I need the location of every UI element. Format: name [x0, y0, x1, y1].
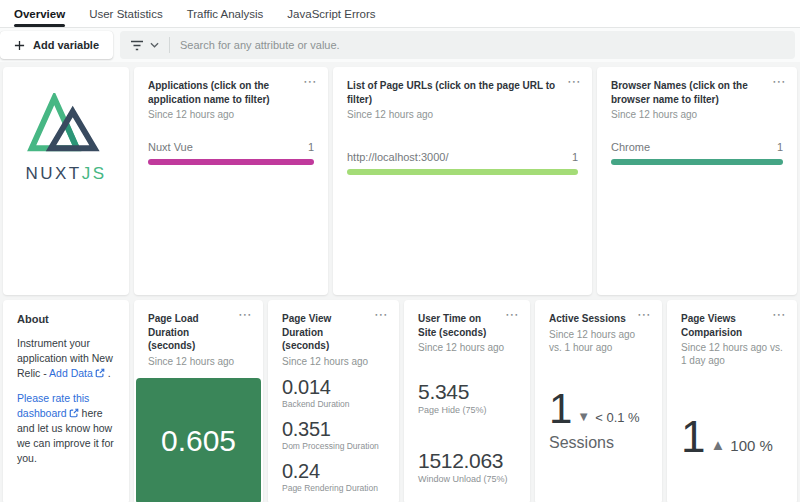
card-page-urls: List of Page URLs (click on the page URL… [333, 67, 592, 295]
nuxtjs-wordmark: NUXTJS [25, 164, 106, 184]
dashboard-row-2: About Instrument your application with N… [3, 300, 797, 502]
bar-page-url [347, 169, 578, 175]
card-menu-icon[interactable]: ⋯ [303, 74, 318, 88]
plus-icon [14, 40, 25, 51]
metric-label: Page Rendering Duration [282, 483, 385, 493]
filter-menu-button[interactable] [130, 39, 159, 51]
card-menu-icon[interactable]: ⋯ [505, 307, 520, 321]
add-variable-label: Add variable [33, 39, 99, 51]
about-paragraph-1: Instrument your application with New Rel… [17, 336, 115, 382]
wordmark-js: JS [82, 164, 107, 183]
metric-value: 5.345 [418, 380, 516, 403]
trend-down-icon: ▼ [577, 409, 590, 424]
metric-label: Page Hide (75%) [418, 405, 516, 415]
card-applications: Applications (click on the application n… [134, 67, 328, 295]
metric: 0.24 Page Rendering Duration [282, 460, 385, 493]
metric-value: 0.351 [282, 418, 385, 440]
application-name-link[interactable]: Nuxt Vue [148, 141, 193, 153]
card-title: Applications (click on the application n… [148, 79, 314, 106]
search-input[interactable] [180, 39, 785, 51]
card-title: About [17, 312, 115, 327]
card-subtitle: Since 12 hours ago vs. 1 day ago [681, 341, 783, 367]
delta-value: 100 % [730, 437, 773, 454]
tab-javascript-errors[interactable]: JavaScript Errors [287, 0, 375, 27]
dashboard: NUXTJS Applications (click on the applic… [0, 62, 800, 502]
bar-table: Chrome 1 [611, 141, 783, 165]
card-subtitle: Since 12 hours ago [611, 108, 783, 121]
metric: 0.014 Backend Duration [282, 376, 385, 409]
tab-overview[interactable]: Overview [14, 0, 65, 27]
card-menu-icon[interactable]: ⋯ [567, 74, 582, 88]
sessions-label: Sessions [549, 434, 648, 452]
metric-label: Window Unload (75%) [418, 474, 516, 484]
bar-applications [148, 159, 314, 165]
billboard: 0.605 [136, 378, 261, 502]
browser-name-link[interactable]: Chrome [611, 141, 650, 153]
card-page-load-duration: Page Load Duration (seconds) Since 12 ho… [134, 300, 263, 502]
card-title: Browser Names (click on the browser name… [611, 79, 783, 106]
bar-table: Nuxt Vue 1 [148, 141, 314, 165]
metric-value: 0.24 [282, 460, 385, 482]
card-menu-icon[interactable]: ⋯ [772, 74, 787, 88]
metric-value: 0.014 [282, 376, 385, 398]
bar-value: 1 [572, 151, 578, 163]
chevron-down-icon [150, 42, 159, 48]
page-views-value: 1 [681, 419, 705, 455]
metric-label: Backend Duration [282, 399, 385, 409]
comparison-widget: 1 ▼ < 0.1 % [549, 392, 648, 426]
tab-overview-label: Overview [14, 8, 65, 20]
add-data-link[interactable]: Add Data [49, 367, 93, 379]
card-about: About Instrument your application with N… [3, 300, 129, 502]
divider [169, 37, 170, 53]
metric-value: 1512.063 [418, 449, 516, 472]
bar-value: 1 [777, 141, 783, 153]
card-nuxtjs-logo: NUXTJS [3, 67, 129, 295]
tab-traffic-analysis-label: Traffic Analysis [187, 8, 264, 20]
metric: 5.345 Page Hide (75%) [418, 380, 516, 415]
bar-row: http://localhost:3000/ 1 [347, 151, 578, 163]
card-browser-names: Browser Names (click on the browser name… [597, 67, 797, 295]
dashboard-row-1: NUXTJS Applications (click on the applic… [3, 67, 797, 295]
tab-user-statistics[interactable]: User Statistics [89, 0, 163, 27]
tab-user-statistics-label: User Statistics [89, 8, 163, 20]
bar-browser [611, 159, 783, 165]
external-link-icon [69, 408, 79, 418]
metric: 1512.063 Window Unload (75%) [418, 449, 516, 484]
wordmark-nuxt: NUXT [25, 164, 81, 183]
bar-value: 1 [308, 141, 314, 153]
card-menu-icon[interactable]: ⋯ [772, 307, 787, 321]
metric-list: 0.014 Backend Duration 0.351 Dom Process… [282, 376, 385, 502]
bar-row: Nuxt Vue 1 [148, 141, 314, 153]
card-subtitle: Since 12 hours ago [148, 108, 314, 121]
external-link-icon [95, 368, 105, 378]
card-title: User Time on Site (seconds) [418, 312, 516, 339]
card-title: Page Load Duration (seconds) [148, 312, 249, 353]
card-subtitle: Since 12 hours ago [347, 108, 578, 121]
tab-javascript-errors-label: JavaScript Errors [287, 8, 375, 20]
card-title: Page Views Comparision [681, 312, 783, 339]
card-subtitle: Since 12 hours ago [418, 341, 516, 354]
card-subtitle: Since 12 hours ago [148, 355, 249, 368]
nuxtjs-logo-icon [25, 93, 107, 155]
comparison-widget: 1 ▲ 100 % [681, 419, 783, 455]
card-menu-icon[interactable]: ⋯ [637, 307, 652, 321]
about-paragraph-2: Please rate this dashboard here and let … [17, 391, 115, 467]
tab-traffic-analysis[interactable]: Traffic Analysis [187, 0, 264, 27]
card-menu-icon[interactable]: ⋯ [374, 307, 389, 321]
card-active-sessions: Active Sessions Since 12 hours ago vs. 1… [535, 300, 662, 502]
tab-bar: Overview User Statistics Traffic Analysi… [0, 0, 800, 28]
card-subtitle: Since 12 hours ago [282, 355, 385, 368]
card-user-time-on-site: User Time on Site (seconds) Since 12 hou… [404, 300, 530, 502]
about-text: . [105, 367, 111, 379]
metric: 0.351 Dom Processing Duration [282, 418, 385, 451]
card-subtitle: Since 12 hours ago vs. 1 hour ago [549, 328, 648, 354]
delta-value: < 0.1 % [595, 410, 639, 425]
add-variable-button[interactable]: Add variable [0, 31, 113, 59]
active-sessions-value: 1 [549, 392, 572, 426]
card-menu-icon[interactable]: ⋯ [238, 307, 253, 321]
attribute-search-bar [120, 31, 795, 59]
page-url-link[interactable]: http://localhost:3000/ [347, 151, 449, 163]
card-title: Page View Duration (seconds) [282, 312, 385, 353]
filter-toolbar: Add variable [0, 28, 800, 62]
metric-label: Dom Processing Duration [282, 441, 385, 451]
